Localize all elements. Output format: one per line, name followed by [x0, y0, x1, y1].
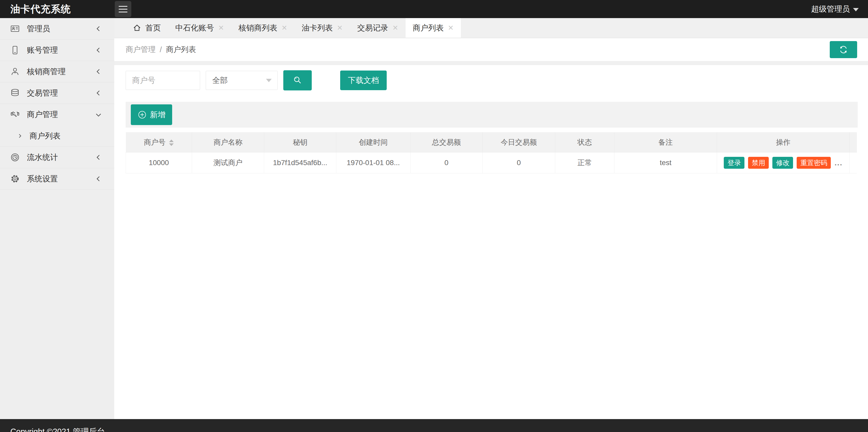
home-icon [133, 24, 141, 32]
chevron-left-icon [95, 175, 102, 182]
refresh-button[interactable] [830, 41, 857, 58]
close-icon[interactable]: ✕ [448, 24, 454, 32]
sidebar-item-statistics[interactable]: 流水统计 [0, 147, 114, 168]
status-select[interactable]: 全部 [206, 71, 278, 90]
database-icon [10, 88, 20, 98]
chevron-left-icon [95, 90, 102, 96]
divider [114, 61, 868, 65]
col-merchant-no[interactable]: 商户号 [126, 133, 192, 153]
app-window: 油卡代充系统 超级管理员 管理员 [0, 0, 868, 432]
status-badge: 正常 [555, 153, 614, 173]
sidebar-item-label: 核销商管理 [27, 66, 66, 77]
sidebar-item-label: 交易管理 [27, 88, 58, 98]
table-header-row: 商户号 商户名称 秘钥 创建时间 总交易额 今日交易额 状态 备注 操作 [126, 133, 857, 153]
tab-bar: 首页 中石化账号 ✕ 核销商列表 ✕ 油卡列表 ✕ 交易记录 ✕ [114, 18, 868, 38]
content-card: 全部 下载文档 [114, 65, 868, 419]
merchant-no-input[interactable] [126, 71, 200, 90]
caret-down-icon [266, 79, 272, 82]
plus-circle-icon [137, 110, 147, 120]
sidebar-item-settings[interactable]: 系统设置 [0, 168, 114, 190]
sidebar-item-admin[interactable]: 管理员 [0, 18, 114, 39]
close-icon[interactable]: ✕ [337, 24, 343, 32]
tab-fuelcard-list[interactable]: 油卡列表 ✕ [294, 18, 350, 38]
app-header: 油卡代充系统 超级管理员 [0, 0, 868, 18]
add-button-label: 新增 [150, 109, 165, 120]
download-doc-button[interactable]: 下载文档 [340, 70, 387, 90]
close-icon[interactable]: ✕ [218, 24, 224, 32]
chevron-left-icon [95, 68, 102, 75]
caret-down-icon [853, 8, 859, 11]
table-row: 10000 测试商户 1b7f1d545af6b... 1970-01-01 0… [126, 153, 857, 173]
tab-label: 核销商列表 [239, 23, 277, 33]
tab-merchant-list[interactable]: 商户列表 ✕ [406, 18, 461, 38]
main-layout: 管理员 账号管理 核销商管理 [0, 18, 868, 419]
sidebar-item-transactions[interactable]: 交易管理 [0, 82, 114, 104]
tab-label: 商户列表 [413, 23, 444, 33]
user-menu[interactable]: 超级管理员 [811, 4, 868, 14]
chevron-right-icon [17, 133, 23, 139]
sidebar-subitem-merchant-list[interactable]: 商户列表 [0, 125, 114, 147]
sidebar-item-label: 账号管理 [27, 45, 58, 56]
refresh-icon [838, 44, 848, 55]
sidebar-toggle-button[interactable] [115, 1, 131, 17]
edit-button[interactable]: 修改 [772, 157, 793, 169]
user-icon [10, 67, 20, 76]
tab-label: 中石化账号 [175, 23, 214, 33]
cell-merchant-no: 10000 [126, 153, 192, 173]
sidebar-item-merchant-mgmt[interactable]: 商户管理 [0, 104, 114, 125]
sidebar-group-merchants: 商户管理 商户列表 [0, 104, 114, 147]
add-merchant-button[interactable]: 新增 [131, 104, 172, 125]
tab-sinopec-accounts[interactable]: 中石化账号 ✕ [168, 18, 231, 38]
hamburger-icon [119, 6, 127, 12]
stats-clock-icon [10, 153, 20, 162]
merchant-table: 商户号 商户名称 秘钥 创建时间 总交易额 今日交易额 状态 备注 操作 [126, 132, 857, 173]
sort-icon[interactable] [169, 139, 174, 146]
tab-home[interactable]: 首页 [126, 18, 168, 38]
col-status: 状态 [555, 133, 614, 153]
chevron-down-icon [95, 111, 102, 118]
user-name: 超级管理员 [811, 4, 850, 14]
search-button[interactable] [283, 70, 312, 91]
tab-label: 油卡列表 [302, 23, 333, 33]
chevron-left-icon [95, 154, 102, 161]
sidebar-item-label: 系统设置 [27, 174, 58, 184]
disable-button[interactable]: 禁用 [748, 157, 769, 169]
reset-password-button[interactable]: 重置密码 [797, 157, 831, 169]
footer: Copyright ©2021 管理后台 [0, 419, 868, 432]
tab-label: 首页 [145, 23, 161, 33]
chevron-left-icon [95, 47, 102, 54]
tab-transaction-records[interactable]: 交易记录 ✕ [350, 18, 406, 38]
tab-verifier-list[interactable]: 核销商列表 ✕ [231, 18, 295, 38]
col-merchant-name: 商户名称 [192, 133, 264, 153]
close-icon[interactable]: ✕ [281, 24, 287, 32]
col-remark: 备注 [614, 133, 717, 153]
col-total-amount: 总交易额 [410, 133, 483, 153]
table-toolbar: 新增 [126, 102, 858, 128]
main-area: 首页 中石化账号 ✕ 核销商列表 ✕ 油卡列表 ✕ 交易记录 ✕ [114, 18, 868, 419]
login-button[interactable]: 登录 [724, 157, 744, 169]
breadcrumb-parent[interactable]: 商户管理 [126, 44, 156, 55]
sidebar: 管理员 账号管理 核销商管理 [0, 18, 114, 419]
cell-today-amount: 0 [483, 153, 555, 173]
search-icon [292, 75, 303, 86]
sidebar-item-label: 商户管理 [27, 109, 58, 120]
col-today-amount: 今日交易额 [483, 133, 555, 153]
breadcrumb: 商户管理 / 商户列表 [114, 38, 868, 61]
cell-gutter [850, 153, 857, 173]
cell-merchant-name: 测试商户 [192, 153, 264, 173]
cell-total-amount: 0 [410, 153, 483, 173]
breadcrumb-current: 商户列表 [166, 44, 196, 55]
tab-label: 交易记录 [357, 23, 388, 33]
cell-secret-key: 1b7f1d545af6b... [264, 153, 336, 173]
more-actions-ellipsis[interactable]: ... [834, 158, 842, 167]
gear-icon [10, 174, 20, 184]
col-gutter [850, 133, 857, 153]
chevron-left-icon [95, 25, 102, 32]
sidebar-item-label: 管理员 [27, 24, 50, 34]
cell-remark: test [614, 153, 717, 173]
sidebar-item-accounts[interactable]: 账号管理 [0, 39, 114, 61]
sidebar-item-verifiers[interactable]: 核销商管理 [0, 61, 114, 82]
close-icon[interactable]: ✕ [392, 24, 398, 32]
cell-created-at: 1970-01-01 08... [336, 153, 410, 173]
col-actions: 操作 [717, 133, 850, 153]
